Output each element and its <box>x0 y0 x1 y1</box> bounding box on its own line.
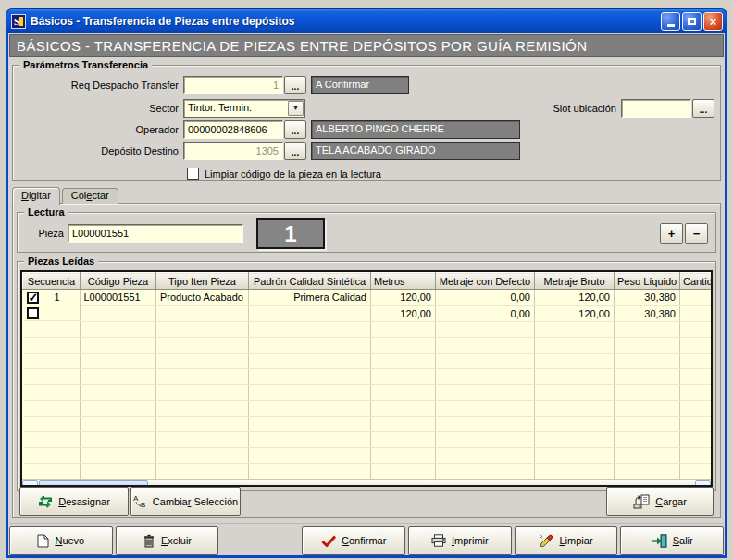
table-row-empty <box>23 384 714 400</box>
deposito-browse-button[interactable]: ... <box>284 142 306 160</box>
slot-label: Slot ubicación <box>553 103 622 114</box>
minimize-button[interactable] <box>661 12 680 31</box>
page-title: BÁSICOS - TRANSFERENCIA DE PIEZAS ENTRE … <box>9 34 724 57</box>
printer-icon <box>431 534 446 547</box>
eraser-icon <box>539 534 553 547</box>
col-codigo-pieza[interactable]: Código Pieza <box>81 273 156 290</box>
decrement-button[interactable]: − <box>685 223 708 244</box>
slot-browse-button[interactable]: ... <box>692 99 714 118</box>
req-despacho-label: Req Despacho Transfer <box>19 80 183 91</box>
limpiar-checkbox[interactable] <box>187 168 199 180</box>
col-tipo-iten[interactable]: Tipo Iten Pieza <box>156 273 249 290</box>
operador-display: ALBERTO PINGO CHERRE <box>311 120 520 139</box>
exit-door-icon <box>652 534 667 548</box>
window-title: Básicos - Transferencia de Piezas entre … <box>31 15 656 28</box>
tab-panel-digitar: Lectura Pieza 1 + − Piezas Leídas <box>12 203 721 518</box>
table-empty-rows <box>23 321 714 479</box>
lectura-counter: 1 <box>256 218 325 249</box>
scroll-right-icon[interactable]: ► <box>695 480 711 488</box>
col-metraje-bruto[interactable]: Metraje Bruto <box>535 273 615 290</box>
table-row-empty <box>23 321 714 337</box>
deposito-field[interactable] <box>183 142 283 160</box>
row-checkbox[interactable] <box>27 307 39 319</box>
tab-digitar[interactable]: Digitar <box>12 187 60 205</box>
table-row-empty <box>23 337 714 353</box>
cambiar-seleccion-icon: AB <box>133 494 147 508</box>
close-button[interactable]: × <box>703 12 723 31</box>
window-body: BÁSICOS - TRANSFERENCIA DE PIEZAS ENTRE … <box>6 33 727 558</box>
sector-label: Sector <box>19 103 183 114</box>
table-row[interactable]: 120,00 0,00 120,00 30,380 3 <box>23 305 714 321</box>
col-cantidad[interactable]: Cantidad L <box>680 273 714 290</box>
confirmar-button[interactable]: Confirmar <box>302 526 405 555</box>
scrollbar-thumb[interactable] <box>39 480 148 488</box>
piezas-group-title: Piezas Leídas <box>24 255 98 268</box>
app-icon: S <box>11 14 26 29</box>
params-groupbox: Parámetros Transferencia Req Despacho Tr… <box>12 65 721 181</box>
req-despacho-status: A Confirmar <box>311 76 409 94</box>
lectura-groupbox: Lectura Pieza 1 + − <box>17 212 716 253</box>
cambiar-seleccion-button[interactable]: AB Cambiar Selección <box>130 487 241 516</box>
cargar-button[interactable]: Cargar <box>606 487 714 516</box>
titlebar: S Básicos - Transferencia de Piezas entr… <box>6 8 727 33</box>
maximize-button[interactable] <box>682 12 702 31</box>
limpiar-button[interactable]: Limpiar <box>515 526 618 555</box>
sector-row: Sector Tintor. Termin. ▼ Slot ubicación … <box>19 98 714 118</box>
tabstrip: Digitar Colectar <box>12 185 120 204</box>
deposito-label: Depósito Destino <box>19 145 183 156</box>
desasignar-button[interactable]: Desasignar <box>19 487 129 516</box>
trash-icon <box>143 534 155 548</box>
col-peso-liquido[interactable]: Peso Líquido <box>615 273 680 290</box>
limpiar-checkbox-label: Limpiar código de la pieza en la lectura <box>205 168 381 180</box>
pieza-label: Pieza <box>23 228 68 239</box>
cargar-icon <box>633 494 650 509</box>
check-icon <box>321 535 336 547</box>
operador-browse-button[interactable]: ... <box>284 120 306 139</box>
req-despacho-browse-button[interactable]: ... <box>284 76 306 94</box>
table-row-empty <box>23 463 714 479</box>
req-despacho-row: Req Despacho Transfer ... A Confirmar <box>19 75 714 94</box>
table-row-empty <box>23 353 714 368</box>
minimize-icon <box>667 24 675 27</box>
req-despacho-field[interactable] <box>183 76 283 94</box>
slot-field[interactable] <box>621 99 691 118</box>
row-checkbox[interactable] <box>27 292 39 304</box>
bottom-toolbar: Nuevo Excluir Confirmar Imprimir <box>9 523 724 554</box>
operador-row: Operador ... ALBERTO PINGO CHERRE <box>19 119 714 139</box>
col-secuencia[interactable]: Secuencia <box>23 273 81 290</box>
lectura-group-title: Lectura <box>24 205 68 218</box>
action-row: Desasignar AB Cambiar Selección Cargar <box>18 487 715 516</box>
salir-button[interactable]: Salir <box>620 526 724 555</box>
nuevo-button[interactable]: Nuevo <box>9 526 113 555</box>
increment-button[interactable]: + <box>660 223 683 244</box>
col-padron-calidad[interactable]: Padrón Calidad Sintética <box>249 273 371 290</box>
deposito-display: TELA ACABADO GIRADO <box>311 142 520 160</box>
desasignar-icon <box>38 495 53 508</box>
slot-group: Slot ubicación ... <box>553 99 715 118</box>
excluir-button[interactable]: Excluir <box>116 526 219 555</box>
table-row[interactable]: 1 L000001551 Producto Acabado Primera Ca… <box>23 290 714 306</box>
table-row-empty <box>23 447 714 463</box>
table-row-empty <box>23 400 714 416</box>
sector-value: Tintor. Termin. <box>188 102 252 113</box>
tab-colectar[interactable]: Colectar <box>62 188 118 204</box>
scroll-left-icon[interactable]: ◄ <box>22 480 38 488</box>
sector-dropdown[interactable]: Tintor. Termin. ▼ <box>183 99 305 118</box>
col-metros[interactable]: Metros <box>371 273 436 290</box>
imprimir-button[interactable]: Imprimir <box>408 526 512 555</box>
window-controls: × <box>661 12 723 31</box>
new-document-icon <box>37 534 49 548</box>
horizontal-scrollbar[interactable]: ◄ ► <box>22 479 711 486</box>
deposito-row: Depósito Destino ... TELA ACABADO GIRADO <box>19 141 714 160</box>
col-metraje-defecto[interactable]: Metraje con Defecto <box>436 273 535 290</box>
operador-field[interactable] <box>183 120 283 139</box>
pieza-input[interactable] <box>68 224 243 243</box>
table-row-empty <box>23 416 714 431</box>
table-row-empty <box>23 368 714 384</box>
maximize-icon <box>688 18 696 25</box>
svg-text:A: A <box>133 494 139 503</box>
operador-label: Operador <box>19 124 183 135</box>
svg-text:B: B <box>141 501 145 508</box>
chevron-down-icon[interactable]: ▼ <box>288 101 304 116</box>
piezas-table: Secuencia Código Pieza Tipo Iten Pieza P… <box>20 270 713 487</box>
